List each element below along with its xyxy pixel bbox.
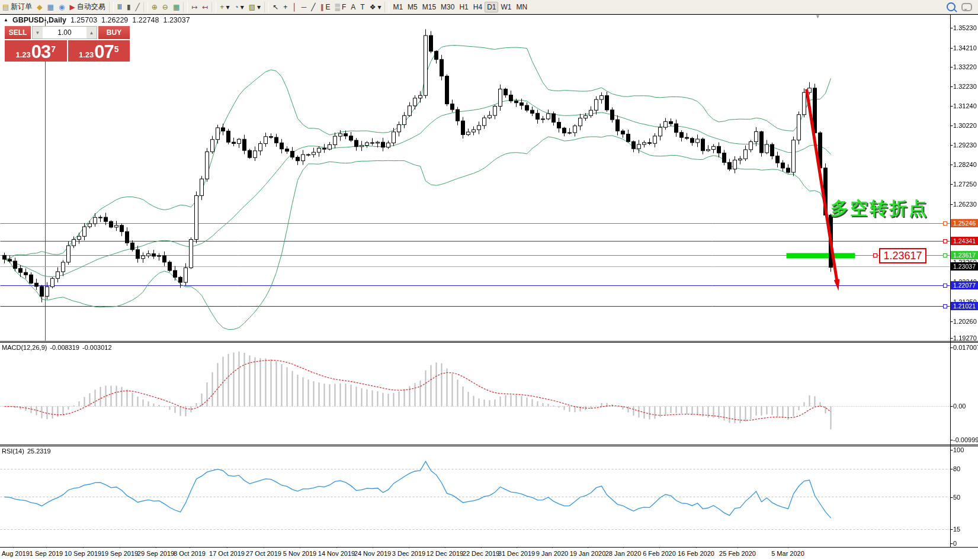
bid-prefix: 1.23 xyxy=(15,49,30,60)
timeframe-w1-button[interactable]: W1 xyxy=(498,2,514,12)
toolbar-group-scroll: ↦↤ xyxy=(189,1,210,14)
fibonacci-button-label: F xyxy=(342,3,346,11)
volume-down-button[interactable]: ▼ xyxy=(33,27,43,38)
macd-value-signal: -0.003012 xyxy=(82,344,112,351)
price-axis-tick: 1.20260 xyxy=(953,318,977,325)
macd-separator-bottom[interactable] xyxy=(0,342,978,343)
timeframe-h1-button-label: H1 xyxy=(459,3,468,11)
scroll-to-end-icon[interactable]: ▼ xyxy=(815,14,820,20)
toolbar: ▤新订单◆▦◉▶自动交易Ⅲ▮╱⊕⊖▦↦↤+▾◔▾▧▾↖+│─╱∥E▒FAT❖▾M… xyxy=(0,0,978,14)
price-callout-box: 1.23617 xyxy=(879,248,926,263)
buy-button[interactable]: BUY xyxy=(98,26,130,39)
timeframe-h4-button[interactable]: H4 xyxy=(471,2,485,12)
zoom-out-button[interactable]: ⊖ xyxy=(160,2,171,12)
rsi-separator-bottom[interactable] xyxy=(0,446,978,446)
line-chart-button[interactable]: ╱ xyxy=(133,2,142,12)
auto-scroll-button[interactable]: ↦ xyxy=(189,2,200,12)
text-label-icon: T xyxy=(360,4,364,11)
date-axis-label: 10 Sep 2019 xyxy=(65,550,101,557)
date-axis-label: 31 Dec 2019 xyxy=(498,550,535,557)
templates-button[interactable]: ▧▾ xyxy=(246,2,263,12)
mt4-window: ▤新订单◆▦◉▶自动交易Ⅲ▮╱⊕⊖▦↦↤+▾◔▾▧▾↖+│─╱∥E▒FAT❖▾M… xyxy=(0,0,978,560)
price-axis-tick: 1.34210 xyxy=(953,44,977,52)
timeframe-m1-button[interactable]: M1 xyxy=(390,2,405,12)
date-axis-label: 14 Nov 2019 xyxy=(318,550,355,557)
macd-axis-tick: 0.017007 xyxy=(953,344,978,351)
chart-shift-button[interactable]: ↤ xyxy=(200,2,210,12)
search-icon[interactable] xyxy=(947,2,955,11)
chart-canvas[interactable] xyxy=(0,0,978,560)
timeframe-d1-button[interactable]: D1 xyxy=(485,2,498,12)
chart-window-button[interactable]: ◆ xyxy=(34,2,44,12)
crosshair-button[interactable]: + xyxy=(281,2,290,12)
timeframe-mn-button[interactable]: MN xyxy=(514,2,530,12)
market-watch-button[interactable]: ▦ xyxy=(45,2,56,12)
autotrading-button[interactable]: ▶自动交易 xyxy=(67,1,107,13)
price-axis-tick: 1.31240 xyxy=(953,102,977,110)
trendline-button[interactable]: ╱ xyxy=(309,2,318,12)
line-chart-icon: ╱ xyxy=(136,4,140,11)
crosshair-icon: + xyxy=(283,4,287,11)
ask-price-button[interactable]: 1.23 07 5 xyxy=(68,40,130,62)
timeframe-m15-button[interactable]: M15 xyxy=(420,2,438,12)
rsi-axis-tick: 50 xyxy=(953,494,960,501)
price-axis-tick: 1.29230 xyxy=(953,141,977,149)
market-watch-icon: ▦ xyxy=(47,4,54,11)
bid-price-button[interactable]: 1.23 03 7 xyxy=(5,40,67,62)
date-axis[interactable]: 2 Aug 20191 Sep 201910 Sep 201919 Sep 20… xyxy=(0,548,978,560)
arrows-button[interactable]: ❖▾ xyxy=(367,2,384,12)
rsi-indicator-label: RSI(14) 25.2319 xyxy=(2,448,51,455)
cursor-button[interactable]: ↖ xyxy=(270,2,281,12)
date-axis-label: 25 Feb 2020 xyxy=(719,550,756,557)
volume-up-button[interactable]: ▲ xyxy=(86,27,97,38)
date-axis-label: 8 Oct 2019 xyxy=(174,550,206,557)
toolbar-separator xyxy=(264,2,269,12)
price-axis-tick: 1.26230 xyxy=(953,201,977,208)
text-button[interactable]: A xyxy=(348,2,358,12)
bid-big-digits: 03 xyxy=(31,43,50,60)
date-axis-label: 24 Nov 2019 xyxy=(354,550,391,557)
turning-point-annotation: 多空转折点 xyxy=(831,197,928,221)
trendline-icon: ╱ xyxy=(311,4,315,11)
sell-button[interactable]: SELL xyxy=(5,26,31,39)
fibonacci-button[interactable]: ▒F xyxy=(332,2,348,12)
equidistant-channel-button[interactable]: ∥E xyxy=(318,2,332,12)
new-order-button[interactable]: ▤新订单 xyxy=(0,1,34,13)
rsi-name: RSI(14) xyxy=(2,448,24,455)
timeframe-m5-button[interactable]: M5 xyxy=(405,2,420,12)
zoom-in-button[interactable]: ⊕ xyxy=(149,2,160,12)
toolbar-right-icons xyxy=(947,2,978,11)
hline-price-badge: 1.21021 xyxy=(951,302,978,310)
macd-separator-top[interactable] xyxy=(0,341,978,342)
date-axis-label: 29 Sep 2019 xyxy=(137,550,174,557)
chart-shift-icon: ↤ xyxy=(202,4,208,11)
rsi-separator-top[interactable] xyxy=(0,445,978,445)
volume-input[interactable]: 1.00 xyxy=(43,27,86,38)
oneclick-collapse-icon[interactable]: ▲ xyxy=(4,18,8,22)
hline-price-badge: 1.22077 xyxy=(951,281,978,289)
ohlc-low: 1.22748 xyxy=(132,16,159,24)
text-label-button[interactable]: T xyxy=(358,2,367,12)
bar-chart-button[interactable]: Ⅲ xyxy=(115,2,124,12)
profiles-button[interactable]: ◔▾ xyxy=(232,2,246,12)
tile-windows-button[interactable]: ▦ xyxy=(171,2,182,12)
candlestick-button[interactable]: ▮ xyxy=(124,2,133,12)
date-axis-label: 27 Oct 2019 xyxy=(246,550,281,557)
chat-icon[interactable] xyxy=(961,3,972,11)
chart-window-icon: ◆ xyxy=(37,4,42,11)
signals-button[interactable]: ◉ xyxy=(56,2,67,12)
timeframe-m30-button[interactable]: M30 xyxy=(438,2,457,12)
new-chart-button[interactable]: +▾ xyxy=(217,2,232,12)
horizontal-line-button[interactable]: ─ xyxy=(299,2,309,12)
date-axis-label: 16 Feb 2020 xyxy=(678,550,714,557)
timeframe-h1-button[interactable]: H1 xyxy=(457,2,470,12)
toolbar-group-zoom: ⊕⊖▦ xyxy=(149,1,182,14)
vertical-line-button[interactable]: │ xyxy=(290,2,299,12)
date-axis-label: 22 Dec 2019 xyxy=(463,550,499,557)
timeframe-w1-button-label: W1 xyxy=(501,3,511,11)
one-click-trading-panel: SELL ▼ 1.00 ▲ BUY 1.23 03 7 1.23 07 5 xyxy=(5,26,130,62)
profiles-button-label: ▾ xyxy=(241,3,244,11)
autotrading-icon: ▶ xyxy=(69,4,75,11)
rsi-axis-tick: 0 xyxy=(953,540,957,547)
chart-title: ▲ GBPUSD-,Daily 1.25703 1.26229 1.22748 … xyxy=(4,16,190,24)
